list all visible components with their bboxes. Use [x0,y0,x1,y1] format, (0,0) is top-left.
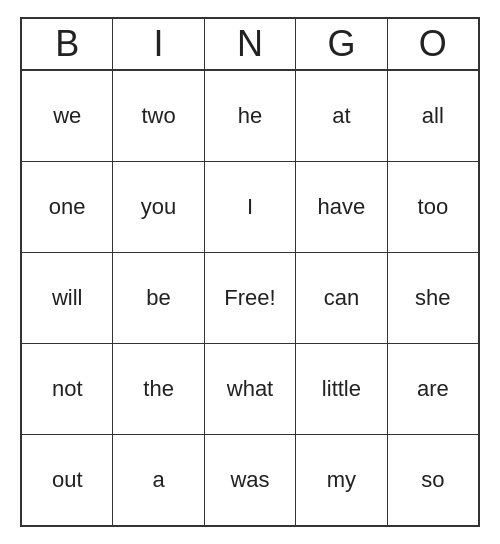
cell-5-5: so [388,435,478,525]
bingo-row-5: out a was my so [22,435,478,525]
cell-3-3: Free! [205,253,296,343]
bingo-row-1: we two he at all [22,71,478,162]
cell-2-5: too [388,162,478,252]
cell-3-5: she [388,253,478,343]
cell-3-4: can [296,253,387,343]
cell-1-2: two [113,71,204,161]
header-o: O [388,19,478,69]
cell-2-3: I [205,162,296,252]
cell-4-3: what [205,344,296,434]
bingo-row-3: will be Free! can she [22,253,478,344]
cell-5-1: out [22,435,113,525]
cell-5-3: was [205,435,296,525]
cell-1-3: he [205,71,296,161]
header-b: B [22,19,113,69]
cell-2-4: have [296,162,387,252]
cell-1-1: we [22,71,113,161]
cell-1-4: at [296,71,387,161]
header-n: N [205,19,296,69]
cell-4-5: are [388,344,478,434]
header-i: I [113,19,204,69]
cell-1-5: all [388,71,478,161]
cell-4-1: not [22,344,113,434]
cell-2-1: one [22,162,113,252]
cell-3-1: will [22,253,113,343]
cell-5-4: my [296,435,387,525]
header-g: G [296,19,387,69]
bingo-row-2: one you I have too [22,162,478,253]
cell-2-2: you [113,162,204,252]
bingo-header-row: B I N G O [22,19,478,71]
cell-5-2: a [113,435,204,525]
bingo-row-4: not the what little are [22,344,478,435]
cell-4-4: little [296,344,387,434]
bingo-card: B I N G O we two he at all one you I hav… [20,17,480,527]
cell-3-2: be [113,253,204,343]
cell-4-2: the [113,344,204,434]
